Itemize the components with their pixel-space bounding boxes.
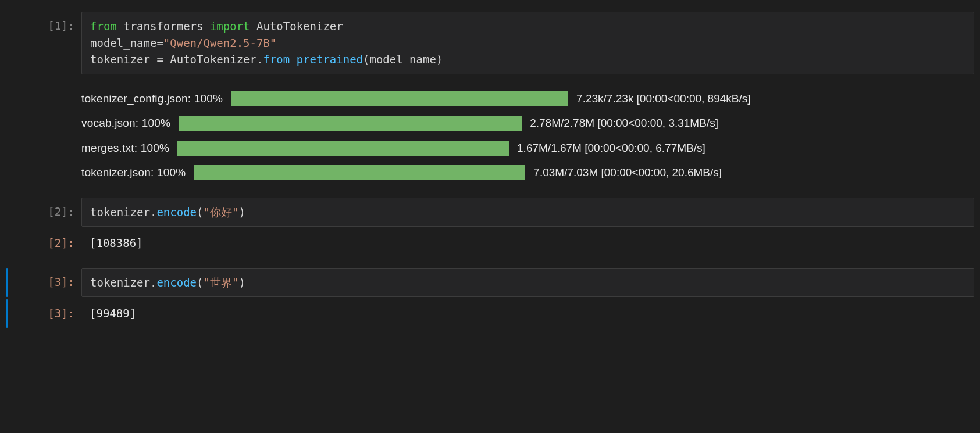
input-cell-3: [3]: tokenizer.encode("世界") (0, 268, 980, 298)
progress-bar (194, 165, 525, 180)
code-editor[interactable]: tokenizer.encode("你好") (81, 198, 974, 227)
expr: (model_name) (363, 53, 443, 66)
progress-bar (179, 116, 522, 131)
output-text: [99489] (81, 299, 980, 328)
string-literal: "Qwen/Qwen2.5-7B" (163, 37, 276, 49)
input-cell-2: [2]: tokenizer.encode("你好") (0, 198, 980, 227)
download-row: tokenizer_config.json: 100%7.23k/7.23k [… (81, 91, 974, 108)
progress-fill (231, 91, 568, 106)
module-name: transformers (117, 20, 210, 33)
paren: ( (197, 276, 203, 289)
expr: tokenizer. (90, 276, 156, 289)
output-cell-3: [3]: [99489] (0, 299, 980, 328)
progress-fill (194, 165, 525, 180)
active-indicator-icon (6, 299, 8, 328)
prompt-label-output: [3]: (0, 299, 81, 322)
func-name: encode (156, 276, 197, 289)
prompt-label: [3]: (0, 268, 81, 291)
paren: ) (238, 206, 245, 219)
var-name: model_name (90, 37, 156, 49)
download-stats: 7.03M/7.03M [00:00<00:00, 20.6MB/s] (533, 164, 722, 181)
prompt-label: [2]: (0, 198, 81, 220)
download-row: vocab.json: 100%2.78M/2.78M [00:00<00:00… (81, 115, 974, 132)
expr: AutoTokenizer. (163, 53, 263, 66)
progress-bar (177, 141, 509, 156)
active-indicator-icon (6, 268, 8, 298)
download-label: tokenizer_config.json: 100% (81, 91, 223, 108)
progress-fill (177, 141, 509, 156)
func-name: from_pretrained (263, 53, 363, 66)
progress-fill (179, 116, 522, 131)
operator: = (156, 37, 163, 49)
code-editor[interactable]: tokenizer.encode("世界") (81, 268, 974, 298)
download-output: tokenizer_config.json: 100%7.23k/7.23k [… (81, 77, 974, 195)
func-name: encode (156, 206, 197, 219)
paren: ( (197, 206, 203, 219)
download-stats: 2.78M/2.78M [00:00<00:00, 3.31MB/s] (530, 115, 718, 132)
prompt-label: [1]: (0, 12, 81, 34)
output-cell-1: tokenizer_config.json: 100%7.23k/7.23k [… (0, 77, 980, 195)
progress-bar (231, 91, 568, 106)
download-stats: 1.67M/1.67M [00:00<00:00, 6.77MB/s] (517, 140, 705, 157)
download-label: merges.txt: 100% (81, 140, 169, 157)
download-row: merges.txt: 100%1.67M/1.67M [00:00<00:00… (81, 140, 974, 157)
expr: tokenizer. (90, 206, 156, 219)
string-literal: "你好" (203, 206, 238, 219)
download-label: vocab.json: 100% (81, 115, 170, 132)
string-literal: "世界" (203, 276, 238, 289)
operator: = (156, 53, 163, 66)
paren: ) (238, 276, 245, 289)
keyword-from: from (90, 20, 117, 33)
download-label: tokenizer.json: 100% (81, 164, 186, 181)
prompt-spacer (0, 77, 81, 83)
var-name: tokenizer (90, 53, 156, 66)
keyword-import: import (210, 20, 250, 33)
output-cell-2: [2]: [108386] (0, 229, 980, 257)
input-cell-1: [1]: from transformers import AutoTokeni… (0, 12, 980, 74)
prompt-label-output: [2]: (0, 229, 81, 252)
output-text: [108386] (81, 229, 980, 257)
download-row: tokenizer.json: 100%7.03M/7.03M [00:00<0… (81, 164, 974, 181)
code-editor[interactable]: from transformers import AutoTokenizer m… (81, 12, 974, 74)
class-name: AutoTokenizer (250, 20, 343, 33)
download-stats: 7.23k/7.23k [00:00<00:00, 894kB/s] (576, 91, 750, 108)
